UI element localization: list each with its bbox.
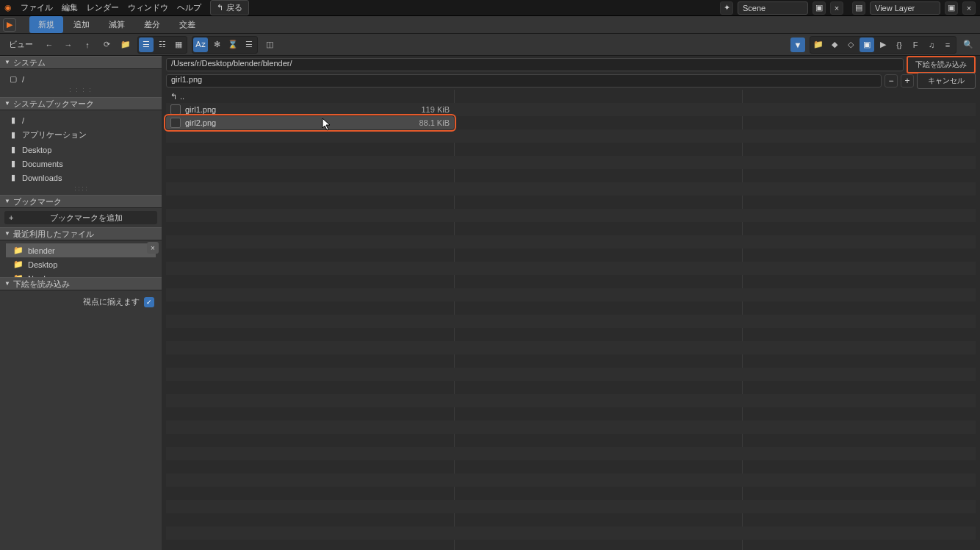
increment-button[interactable]: +: [901, 74, 914, 88]
sort-ext-icon[interactable]: ✻: [209, 38, 224, 52]
recent-label: blender: [28, 246, 55, 255]
filter-backup-icon[interactable]: ◇: [843, 38, 858, 52]
sysbookmark-label: /: [22, 116, 24, 125]
scene-browse-icon[interactable]: ▣: [813, 1, 826, 15]
sysbookmark-label: Desktop: [22, 146, 51, 154]
drive-icon: ▢: [9, 74, 18, 84]
sysbookmark-label: アプリケーション: [22, 129, 87, 140]
file-sidebar: システム ▢/ : : : : システムブックマーク ▮/ ▮アプリケーション …: [0, 56, 162, 550]
image-file-icon: [170, 118, 181, 128]
bookmark-icon: ▮: [9, 130, 18, 140]
confirm-button[interactable]: 下絵を読み込み: [907, 56, 976, 74]
recent-label: Desktop: [28, 260, 57, 269]
sysbookmark-item[interactable]: ▮Desktop: [6, 143, 156, 157]
sysbookmark-item[interactable]: ▮アプリケーション: [6, 127, 156, 143]
filter-image-icon[interactable]: ▣: [860, 38, 874, 52]
system-root[interactable]: ▢/: [6, 72, 156, 86]
menu-window[interactable]: ウィンドウ: [128, 2, 168, 13]
cancel-button[interactable]: キャンセル: [917, 73, 976, 89]
filter-toggle-icon[interactable]: ▼: [790, 38, 805, 52]
back-label: 戻る: [226, 2, 242, 13]
filter-script-icon[interactable]: {}: [892, 38, 907, 52]
tab-new[interactable]: 新規: [29, 16, 63, 33]
drag-handle: : : : :: [6, 86, 156, 93]
panel-system-header[interactable]: システム: [0, 56, 162, 69]
nav-back-icon[interactable]: ←: [42, 38, 57, 52]
blender-icon: ◉: [4, 3, 12, 12]
menu-file[interactable]: ファイル: [21, 2, 53, 13]
play-icon[interactable]: ▶: [3, 18, 16, 32]
filter-folder-icon[interactable]: 📁: [811, 38, 826, 52]
sysbookmark-item[interactable]: ▮Downloads: [6, 171, 156, 185]
menu-render[interactable]: レンダー: [87, 2, 119, 13]
view-detail-icon[interactable]: ☷: [155, 38, 170, 52]
layer-close-icon[interactable]: ×: [962, 1, 976, 15]
panel-options-header[interactable]: 下絵を読み込み: [0, 277, 162, 290]
filter-movie-icon[interactable]: ▶: [876, 38, 890, 52]
layer-browse-icon[interactable]: ▣: [945, 1, 958, 15]
panel-bookmarks-header[interactable]: ブックマーク: [0, 195, 162, 208]
tab-add[interactable]: 追加: [65, 16, 98, 33]
file-row[interactable]: girl2.png 88.1 KiB: [166, 116, 454, 129]
tab-diff[interactable]: 差分: [135, 16, 169, 33]
bookmark-icon: ▮: [9, 159, 18, 168]
bookmark-icon: ▮: [9, 173, 18, 182]
view-menu[interactable]: ビュー: [4, 39, 37, 50]
parent-dir-row[interactable]: ↰ ..: [166, 90, 976, 103]
top-menu-bar: ◉ ファイル 編集 レンダー ウィンドウ ヘルプ ↰ 戻る ✦ Scene ▣ …: [0, 0, 980, 16]
workspace-tabs: ▶ 新規 追加 減算 差分 交差: [0, 16, 980, 34]
panel-sysbookmarks-header[interactable]: システムブックマーク: [0, 97, 162, 110]
folder-icon: 📁: [13, 274, 24, 277]
display-opts-icon[interactable]: ◫: [262, 38, 277, 52]
view-thumb-icon[interactable]: ▦: [171, 38, 186, 52]
tab-subtract[interactable]: 減算: [100, 16, 134, 33]
system-root-label: /: [22, 75, 24, 84]
bookmark-icon: ▮: [9, 145, 18, 154]
add-bookmark-button[interactable]: + ブックマークを追加: [4, 211, 157, 224]
layer-icon[interactable]: ▤: [852, 1, 865, 15]
scene-field[interactable]: Scene: [738, 1, 808, 15]
parent-dir-label: ..: [180, 92, 184, 101]
file-row[interactable]: girl1.png 119 KiB: [166, 103, 454, 116]
align-checkbox[interactable]: ✓: [144, 297, 154, 307]
nav-forward-icon[interactable]: →: [61, 38, 76, 52]
view-list-icon[interactable]: ☰: [139, 38, 154, 52]
filter-text-icon[interactable]: ≡: [940, 38, 955, 52]
file-size: 119 KiB: [421, 105, 450, 114]
layer-field[interactable]: View Layer: [870, 1, 940, 15]
filter-blend-icon[interactable]: ◆: [827, 38, 842, 52]
sort-size-icon[interactable]: ☰: [242, 38, 256, 52]
recent-item[interactable]: 📁Desktop: [6, 257, 156, 271]
tab-intersect[interactable]: 交差: [170, 16, 204, 33]
sysbookmark-item[interactable]: ▮Documents: [6, 157, 156, 171]
file-list[interactable]: document.write(Array.from({length:34},(_…: [166, 90, 976, 550]
sysbookmark-item[interactable]: ▮/: [6, 113, 156, 127]
path-input[interactable]: /Users/r/Desktop/blender/blender/: [166, 58, 904, 71]
nav-up-icon[interactable]: ↑: [80, 38, 95, 52]
menu-edit[interactable]: 編集: [62, 2, 78, 13]
panel-recent-header[interactable]: 最近利用したファイル: [0, 227, 162, 240]
filename-input[interactable]: girl1.png: [166, 74, 882, 88]
back-button[interactable]: ↰ 戻る: [210, 0, 249, 15]
image-file-icon: [170, 104, 181, 115]
menu-help[interactable]: ヘルプ: [177, 2, 201, 13]
add-bookmark-label: ブックマークを追加: [19, 213, 153, 224]
decrement-button[interactable]: −: [884, 74, 898, 88]
sort-time-icon[interactable]: ⌛: [226, 38, 240, 52]
recent-item[interactable]: 📁Norder: [6, 271, 156, 277]
file-size: 88.1 KiB: [419, 118, 450, 127]
view-mode-group: ☰ ☷ ▦: [137, 36, 187, 54]
filter-sound-icon[interactable]: ♫: [924, 38, 939, 52]
nav-refresh-icon[interactable]: ⟳: [99, 38, 114, 52]
recent-item[interactable]: 📁blender: [6, 243, 156, 257]
drag-handle: : : : :: [6, 185, 156, 192]
scene-icon[interactable]: ✦: [720, 1, 733, 15]
bookmark-icon: ▮: [9, 115, 18, 125]
scene-close-icon[interactable]: ×: [830, 1, 843, 15]
clear-recent-button[interactable]: ×: [147, 242, 159, 254]
search-icon[interactable]: 🔍: [961, 38, 976, 52]
file-name: girl1.png: [185, 105, 417, 114]
new-folder-icon[interactable]: 📁: [118, 38, 133, 52]
filter-font-icon[interactable]: F: [908, 38, 923, 52]
sort-alpha-icon[interactable]: Aᴢ: [193, 38, 208, 52]
